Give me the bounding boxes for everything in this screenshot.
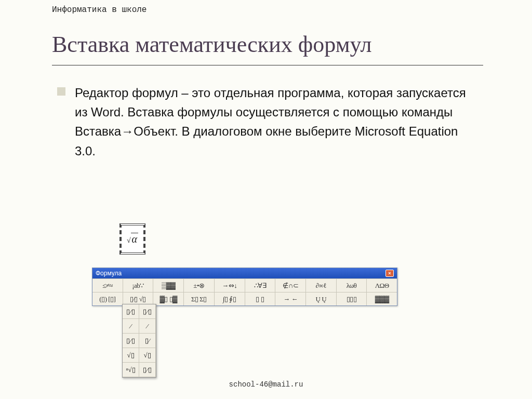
toolbar-title-text: Формула	[96, 270, 122, 277]
toolbar-titlebar[interactable]: Формула ×	[92, 268, 397, 278]
dropdown-template-button[interactable]: √▯	[139, 348, 156, 363]
toolbar-button[interactable]: ▓▓▓	[367, 292, 397, 305]
toolbar-button[interactable]: ∉∩⊂	[275, 279, 306, 292]
body-content: Редактор формул – это отдельная программ…	[57, 83, 478, 161]
fraction-radical-dropdown: ▯⁄▯▯⁄▯⁄⁄▯⁄▯▯⁄√▯√▯ⁿ√▯▯⁄▯	[122, 304, 156, 378]
dropdown-template-button[interactable]: ⁄	[123, 319, 139, 334]
toolbar-button[interactable]: ¡ab∵	[123, 279, 154, 292]
dropdown-template-button[interactable]: ▯⁄	[139, 334, 156, 348]
toolbar-button[interactable]: ±•⊗	[184, 279, 215, 292]
header-label: Информатика в школе	[52, 5, 147, 15]
equation-sample: √α	[127, 233, 138, 245]
toolbar-button[interactable]: ΛΩΘ	[367, 279, 397, 292]
toolbar-button[interactable]: ▯▯▯	[337, 292, 367, 305]
dropdown-template-button[interactable]: ▯⁄▯	[139, 363, 156, 377]
toolbar-button[interactable]: (▯) [▯]	[92, 292, 123, 305]
slide-title: Вставка математических формул	[52, 31, 372, 58]
toolbar-button[interactable]: ▓▯ ▯▓	[153, 292, 184, 305]
toolbar-button[interactable]: Ų Ų	[306, 292, 337, 305]
formula-toolbar: Формула × ≤≠≈¡ab∵▒▓▓±•⊗→⇔↓∴∀∃∉∩⊂∂∞ℓλωθΛΩ…	[92, 268, 397, 306]
footer-email: school-46@mail.ru	[0, 380, 532, 389]
toolbar-button[interactable]: →⇔↓	[215, 279, 245, 292]
toolbar-button[interactable]: ∫▯ ∮▯	[215, 292, 245, 305]
toolbar-row-1: ≤≠≈¡ab∵▒▓▓±•⊗→⇔↓∴∀∃∉∩⊂∂∞ℓλωθΛΩΘ	[92, 278, 397, 292]
dropdown-template-button[interactable]: ▯⁄▯	[139, 304, 156, 319]
toolbar-button[interactable]: ∂∞ℓ	[306, 279, 337, 292]
toolbar-button[interactable]: ▒▓▓	[153, 279, 184, 292]
dropdown-template-button[interactable]: √▯	[123, 348, 139, 363]
dropdown-template-button[interactable]: ▯⁄▯	[123, 334, 139, 348]
toolbar-button[interactable]: ≤≠≈	[92, 279, 123, 292]
body-text: Редактор формул – это отдельная программ…	[75, 83, 478, 161]
toolbar-button[interactable]: ∴∀∃	[245, 279, 276, 292]
bullet-icon	[57, 87, 65, 96]
dropdown-template-button[interactable]: ⁿ√▯	[123, 363, 139, 377]
toolbar-button[interactable]: Σ▯ Σ▯	[184, 292, 215, 305]
equation-object-preview[interactable]: √α	[119, 223, 145, 255]
toolbar-button[interactable]: λωθ	[337, 279, 367, 292]
title-divider	[52, 65, 483, 65]
close-icon[interactable]: ×	[385, 270, 394, 277]
toolbar-button[interactable]: → ←	[275, 292, 306, 305]
dropdown-template-button[interactable]: ▯⁄▯	[123, 304, 139, 319]
toolbar-button[interactable]: ▯ ▯	[245, 292, 276, 305]
dropdown-template-button[interactable]: ⁄	[139, 319, 156, 334]
